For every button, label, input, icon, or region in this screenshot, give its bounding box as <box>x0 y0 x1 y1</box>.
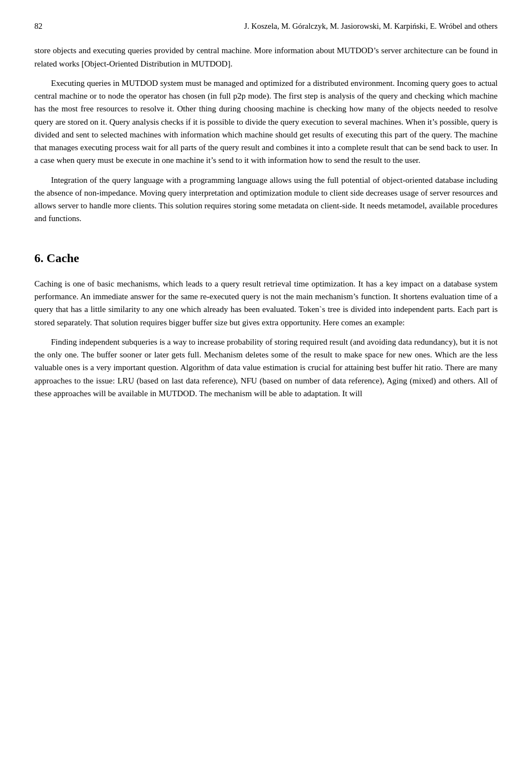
section-number: 6. <box>34 251 44 265</box>
header-authors: J. Koszela, M. Góralczyk, M. Jasiorowski… <box>244 20 498 32</box>
paragraph-1: store objects and executing queries prov… <box>34 44 498 70</box>
page-number: 82 <box>34 20 43 32</box>
cache-paragraphs: Caching is one of basic mechanisms, whic… <box>34 278 498 400</box>
intro-paragraphs: store objects and executing queries prov… <box>34 44 498 225</box>
paragraph-3: Integration of the query language with a… <box>34 174 498 226</box>
section-title: 6. Cache <box>34 249 498 268</box>
page-header: 82 J. Koszela, M. Góralczyk, M. Jasiorow… <box>34 20 498 32</box>
section-name: Cache <box>47 251 79 265</box>
section-6: 6. Cache Caching is one of basic mechani… <box>34 249 498 400</box>
cache-paragraph-1: Caching is one of basic mechanisms, whic… <box>34 278 498 329</box>
page: 82 J. Koszela, M. Góralczyk, M. Jasiorow… <box>0 0 532 778</box>
paragraph-2: Executing queries in MUTDOD system must … <box>34 77 498 167</box>
cache-paragraph-2: Finding independent subqueries is a way … <box>34 336 498 400</box>
